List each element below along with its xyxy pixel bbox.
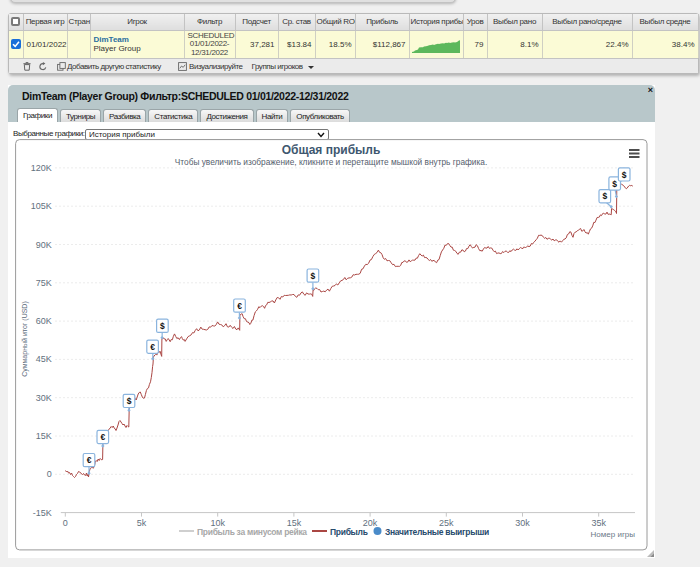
- svg-text:Значительные выигрыши: Значительные выигрыши: [385, 527, 489, 537]
- svg-text:5k: 5k: [137, 518, 147, 528]
- svg-text:Прибыль за минусом рейка: Прибыль за минусом рейка: [197, 527, 307, 537]
- svg-text:120K: 120K: [31, 163, 52, 173]
- svg-text:75K: 75K: [36, 278, 52, 288]
- svg-text:$: $: [612, 179, 617, 189]
- svg-text:$: $: [160, 321, 165, 331]
- svg-text:Суммарный итог (USD): Суммарный итог (USD): [21, 301, 29, 377]
- svg-text:Номер игры: Номер игры: [591, 530, 636, 539]
- svg-text:105K: 105K: [31, 201, 52, 211]
- svg-text:€: €: [237, 301, 242, 311]
- svg-text:15K: 15K: [36, 431, 52, 441]
- svg-text:35k: 35k: [591, 518, 606, 528]
- svg-text:30K: 30K: [36, 393, 52, 403]
- svg-text:0: 0: [63, 518, 68, 528]
- svg-text:€: €: [87, 455, 92, 465]
- svg-text:-15K: -15K: [33, 508, 52, 518]
- svg-text:30k: 30k: [515, 518, 530, 528]
- svg-text:90K: 90K: [36, 240, 52, 250]
- svg-text:€: €: [150, 342, 155, 352]
- svg-text:€: €: [100, 432, 105, 442]
- svg-text:$: $: [311, 271, 316, 281]
- svg-text:0: 0: [47, 469, 52, 479]
- svg-text:60K: 60K: [36, 316, 52, 326]
- svg-text:45K: 45K: [36, 354, 52, 364]
- svg-text:$: $: [127, 396, 132, 406]
- svg-text:Прибыль: Прибыль: [330, 527, 368, 537]
- svg-text:Чтобы увеличить изображение, к: Чтобы увеличить изображение, кликните и …: [175, 157, 487, 167]
- svg-text:Общая прибыль: Общая прибыль: [282, 143, 381, 157]
- svg-text:$: $: [622, 170, 627, 180]
- svg-text:$: $: [602, 191, 607, 201]
